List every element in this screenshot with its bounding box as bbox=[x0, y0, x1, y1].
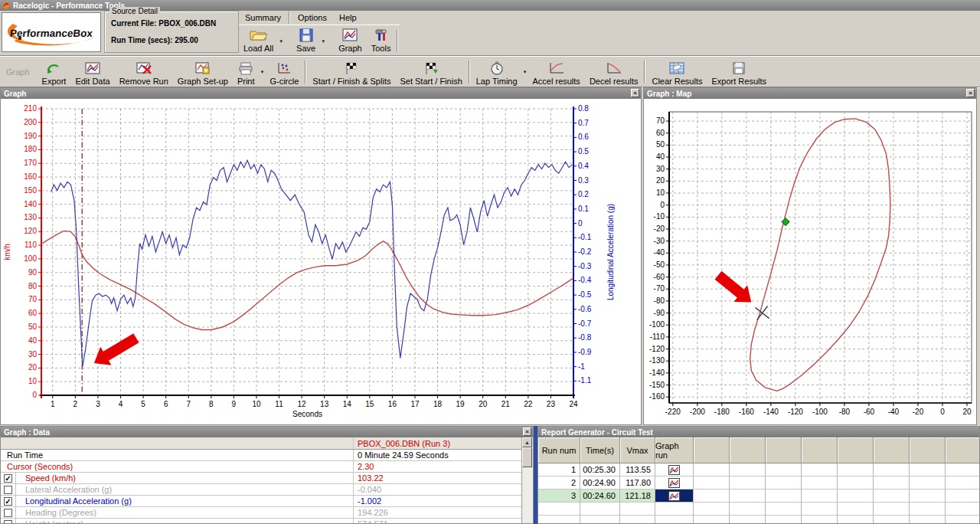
report-cell[interactable] bbox=[730, 463, 766, 477]
data-row-checkbox[interactable] bbox=[4, 486, 12, 494]
report-cell[interactable] bbox=[694, 490, 730, 503]
report-cell[interactable] bbox=[874, 490, 910, 503]
edit-data-button[interactable]: Edit Data bbox=[70, 58, 114, 87]
export-button[interactable]: Export bbox=[38, 58, 71, 87]
report-cell[interactable] bbox=[910, 490, 946, 503]
report-cell[interactable] bbox=[730, 503, 766, 516]
report-graph-run[interactable] bbox=[655, 477, 694, 490]
tools-button[interactable]: Tools bbox=[367, 25, 396, 54]
lap-timing-dropdown[interactable]: ▼ bbox=[523, 70, 528, 74]
report-cell[interactable] bbox=[694, 503, 730, 516]
report-column-header[interactable]: Vmax bbox=[620, 437, 655, 463]
map-panel-close-button[interactable]: × bbox=[966, 89, 975, 97]
data-row-checkbox[interactable] bbox=[4, 509, 12, 517]
report-cell[interactable] bbox=[538, 503, 580, 516]
data-panel-close-button[interactable]: × bbox=[523, 427, 531, 436]
report-cell[interactable] bbox=[910, 463, 946, 477]
report-cell[interactable] bbox=[874, 477, 910, 490]
report-column-header[interactable] bbox=[946, 437, 979, 463]
report-column-header[interactable] bbox=[694, 437, 730, 463]
report-cell[interactable] bbox=[580, 503, 620, 516]
menu-options[interactable]: Options bbox=[292, 11, 333, 24]
menu-help[interactable]: Help bbox=[333, 11, 363, 24]
load-all-dropdown[interactable]: ▼ bbox=[279, 39, 283, 44]
report-cell[interactable] bbox=[620, 516, 655, 523]
report-cell[interactable] bbox=[766, 463, 802, 477]
report-cell[interactable] bbox=[838, 516, 874, 523]
report-cell[interactable] bbox=[946, 516, 979, 523]
scrollbar-thumb[interactable] bbox=[522, 447, 532, 467]
data-row-checkbox[interactable] bbox=[4, 520, 12, 524]
report-cell[interactable] bbox=[802, 477, 838, 490]
report-cell[interactable] bbox=[946, 490, 979, 503]
report-run-num[interactable]: 2 bbox=[538, 477, 580, 490]
report-cell[interactable] bbox=[730, 490, 766, 503]
report-cell[interactable] bbox=[910, 516, 946, 523]
report-cell[interactable] bbox=[946, 463, 979, 477]
report-cell[interactable] bbox=[838, 463, 874, 477]
print-button[interactable]: Print bbox=[233, 58, 260, 87]
report-run-num[interactable]: 1 bbox=[538, 463, 580, 477]
remove-run-button[interactable]: Remove Run bbox=[115, 58, 173, 87]
scroll-up-button[interactable]: ▲ bbox=[522, 437, 532, 447]
report-cell[interactable] bbox=[694, 463, 730, 477]
load-all-button[interactable]: Load All bbox=[239, 25, 278, 54]
report-vmax[interactable]: 113.55 bbox=[620, 463, 655, 477]
start-finish-splits-button[interactable]: Start / Finish & Splits bbox=[308, 58, 395, 87]
report-cell[interactable] bbox=[874, 503, 910, 516]
report-column-header[interactable]: Run num bbox=[538, 437, 580, 463]
report-graph-run[interactable] bbox=[655, 490, 694, 503]
decel-results-button[interactable]: Decel results bbox=[585, 58, 643, 87]
report-cell[interactable] bbox=[910, 477, 946, 490]
data-table-scrollbar[interactable]: ▲ bbox=[521, 437, 533, 523]
report-cell[interactable] bbox=[946, 503, 979, 516]
report-vmax[interactable]: 121.18 bbox=[620, 490, 655, 503]
report-cell[interactable] bbox=[946, 477, 979, 490]
report-cell[interactable] bbox=[538, 516, 580, 523]
clear-results-button[interactable]: Clear Results bbox=[647, 58, 707, 87]
set-start-finish-button[interactable]: Set Start / Finish bbox=[395, 58, 466, 87]
report-cell[interactable] bbox=[730, 516, 766, 523]
g-circle-button[interactable]: G-circle bbox=[265, 58, 303, 87]
report-time[interactable]: 00:25.30 bbox=[580, 463, 620, 477]
report-cell[interactable] bbox=[802, 490, 838, 503]
save-dropdown[interactable]: ▼ bbox=[321, 39, 325, 44]
report-vmax[interactable]: 117.80 bbox=[620, 477, 655, 490]
report-cell[interactable] bbox=[766, 477, 802, 490]
report-column-header[interactable]: Graph run bbox=[655, 437, 694, 463]
print-dropdown[interactable]: ▼ bbox=[260, 70, 265, 74]
graph-button[interactable]: Graph bbox=[334, 25, 367, 54]
accel-results-button[interactable]: Accel results bbox=[528, 58, 585, 87]
lap-timing-button[interactable]: Lap Timing bbox=[472, 58, 522, 87]
report-cell[interactable] bbox=[838, 503, 874, 516]
report-run-num[interactable]: 3 bbox=[538, 490, 580, 503]
report-cell[interactable] bbox=[838, 490, 874, 503]
report-column-header[interactable]: Time(s) bbox=[580, 437, 620, 463]
report-cell[interactable] bbox=[620, 503, 655, 516]
report-column-header[interactable] bbox=[874, 437, 910, 463]
report-cell[interactable] bbox=[766, 503, 802, 516]
report-cell[interactable] bbox=[802, 463, 838, 477]
report-cell[interactable] bbox=[730, 477, 766, 490]
report-column-header[interactable] bbox=[730, 437, 766, 463]
export-results-button[interactable]: Export Results bbox=[707, 58, 771, 87]
report-cell[interactable] bbox=[838, 477, 874, 490]
data-row-checkbox[interactable]: ✓ bbox=[4, 497, 12, 506]
report-cell[interactable] bbox=[655, 503, 694, 516]
report-column-header[interactable] bbox=[802, 437, 838, 463]
report-cell[interactable] bbox=[874, 516, 910, 523]
report-cell[interactable] bbox=[766, 516, 802, 523]
report-time[interactable]: 00:24.90 bbox=[580, 477, 620, 490]
report-column-header[interactable] bbox=[838, 437, 874, 463]
report-cell[interactable] bbox=[802, 503, 838, 516]
data-row-checkbox[interactable]: ✓ bbox=[4, 474, 12, 483]
report-time[interactable]: 00:24.60 bbox=[580, 490, 620, 503]
report-cell[interactable] bbox=[874, 463, 910, 477]
report-cell[interactable] bbox=[802, 516, 838, 523]
report-column-header[interactable] bbox=[766, 437, 802, 463]
report-column-header[interactable] bbox=[910, 437, 946, 463]
report-cell[interactable] bbox=[910, 503, 946, 516]
graph-setup-button[interactable]: Graph Set-up bbox=[173, 58, 233, 87]
report-graph-run[interactable] bbox=[655, 463, 694, 477]
save-button[interactable]: Save bbox=[292, 25, 320, 54]
